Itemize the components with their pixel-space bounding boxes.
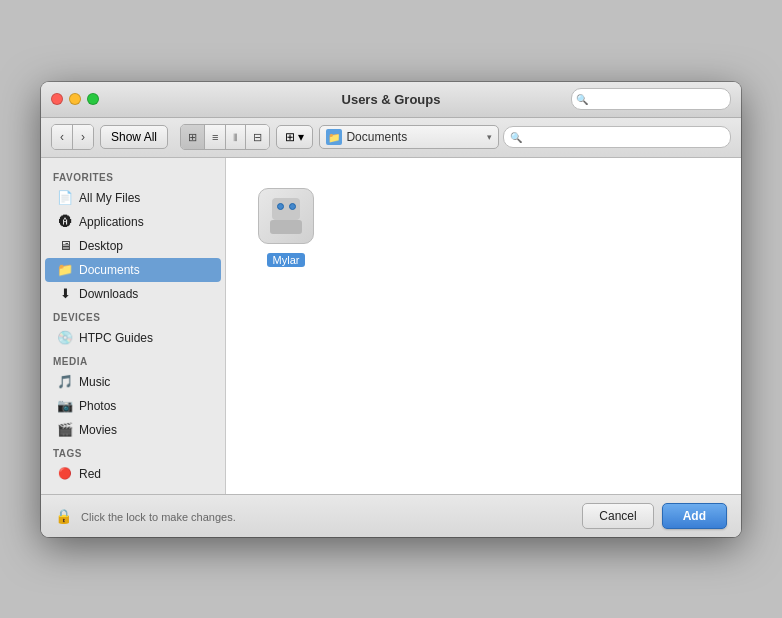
downloads-icon: ⬇ bbox=[57, 286, 73, 302]
all-my-files-label: All My Files bbox=[79, 191, 140, 205]
all-my-files-icon: 📄 bbox=[57, 190, 73, 206]
robot-eye-left bbox=[277, 203, 284, 210]
sidebar-item-red[interactable]: 🔴 Red bbox=[45, 462, 221, 486]
window-title: Users & Groups bbox=[342, 92, 441, 107]
robot-body bbox=[270, 220, 302, 234]
robot-eyes bbox=[272, 198, 300, 210]
arrange-arrow: ▾ bbox=[298, 130, 304, 144]
list-view-button[interactable]: ≡ bbox=[205, 125, 226, 149]
column-view-button[interactable]: ⫴ bbox=[226, 125, 246, 149]
add-button[interactable]: Add bbox=[662, 503, 727, 529]
sidebar-item-all-my-files[interactable]: 📄 All My Files bbox=[45, 186, 221, 210]
sidebar-item-desktop[interactable]: 🖥 Desktop bbox=[45, 234, 221, 258]
cancel-button[interactable]: Cancel bbox=[582, 503, 653, 529]
toolbar: ‹ › Show All ⊞ ≡ ⫴ ⊟ ⊞ ▾ 📁 Documents ▾ bbox=[41, 118, 741, 158]
sidebar-item-htpc-guides[interactable]: 💿 HTPC Guides bbox=[45, 326, 221, 350]
tags-header: TAGS bbox=[41, 442, 225, 462]
devices-header: DEVICES bbox=[41, 306, 225, 326]
view-button-group: ⊞ ≡ ⫴ ⊟ bbox=[180, 124, 270, 150]
sidebar-item-music[interactable]: 🎵 Music bbox=[45, 370, 221, 394]
photos-icon: 📷 bbox=[57, 398, 73, 414]
arrange-icon: ⊞ bbox=[285, 130, 295, 144]
movies-icon: 🎬 bbox=[57, 422, 73, 438]
htpc-guides-icon: 💿 bbox=[57, 330, 73, 346]
sidebar: FAVORITES 📄 All My Files 🅐 Applications … bbox=[41, 158, 226, 494]
sidebar-item-documents[interactable]: 📁 Documents bbox=[45, 258, 221, 282]
location-name: Documents bbox=[346, 130, 483, 144]
location-folder-icon: 📁 bbox=[326, 129, 342, 145]
music-icon: 🎵 bbox=[57, 374, 73, 390]
arrange-button[interactable]: ⊞ ▾ bbox=[276, 125, 313, 149]
sidebar-item-movies[interactable]: 🎬 Movies bbox=[45, 418, 221, 442]
applications-icon: 🅐 bbox=[57, 214, 73, 230]
file-item-mylar[interactable]: Mylar bbox=[246, 178, 326, 273]
minimize-button[interactable] bbox=[69, 93, 81, 105]
location-select[interactable]: 📁 Documents ▾ bbox=[319, 125, 499, 149]
automator-robot bbox=[266, 196, 306, 236]
documents-icon: 📁 bbox=[57, 262, 73, 278]
lock-icon: 🔒 bbox=[55, 508, 72, 524]
show-all-button[interactable]: Show All bbox=[100, 125, 168, 149]
lock-text: Click the lock to make changes. bbox=[81, 511, 236, 523]
htpc-guides-label: HTPC Guides bbox=[79, 331, 153, 345]
title-search-wrapper bbox=[571, 88, 731, 110]
title-bar: Users & Groups bbox=[41, 82, 741, 118]
desktop-label: Desktop bbox=[79, 239, 123, 253]
bottom-bar: 🔒 Click the lock to make changes. Cancel… bbox=[41, 494, 741, 537]
downloads-label: Downloads bbox=[79, 287, 138, 301]
red-tag-icon: 🔴 bbox=[57, 466, 73, 482]
content-area: FAVORITES 📄 All My Files 🅐 Applications … bbox=[41, 158, 741, 494]
applications-label: Applications bbox=[79, 215, 144, 229]
photos-label: Photos bbox=[79, 399, 116, 413]
nav-button-group: ‹ › bbox=[51, 124, 94, 150]
media-header: MEDIA bbox=[41, 350, 225, 370]
title-search-input[interactable] bbox=[571, 88, 731, 110]
maximize-button[interactable] bbox=[87, 93, 99, 105]
location-bar: 📁 Documents ▾ bbox=[319, 125, 731, 149]
toolbar-search-wrapper bbox=[503, 126, 731, 148]
sidebar-item-photos[interactable]: 📷 Photos bbox=[45, 394, 221, 418]
back-button[interactable]: ‹ bbox=[52, 125, 73, 149]
mylar-icon-container bbox=[254, 184, 318, 248]
toolbar-search-input[interactable] bbox=[503, 126, 731, 148]
sidebar-item-downloads[interactable]: ⬇ Downloads bbox=[45, 282, 221, 306]
title-search-area bbox=[571, 88, 731, 110]
robot-head bbox=[272, 198, 300, 220]
close-button[interactable] bbox=[51, 93, 63, 105]
traffic-lights bbox=[51, 93, 99, 105]
forward-button[interactable]: › bbox=[73, 125, 93, 149]
movies-label: Movies bbox=[79, 423, 117, 437]
favorites-header: FAVORITES bbox=[41, 166, 225, 186]
main-window: Users & Groups ‹ › Show All ⊞ ≡ ⫴ ⊟ ⊞ bbox=[41, 82, 741, 537]
sidebar-item-applications[interactable]: 🅐 Applications bbox=[45, 210, 221, 234]
location-dropdown-arrow: ▾ bbox=[487, 132, 492, 142]
bottom-info: 🔒 Click the lock to make changes. bbox=[55, 508, 574, 524]
red-label: Red bbox=[79, 467, 101, 481]
file-label-mylar: Mylar bbox=[267, 253, 306, 267]
icon-view-button[interactable]: ⊞ bbox=[181, 125, 205, 149]
documents-label: Documents bbox=[79, 263, 140, 277]
coverflow-view-button[interactable]: ⊟ bbox=[246, 125, 269, 149]
automator-app-icon bbox=[258, 188, 314, 244]
file-area: Mylar bbox=[226, 158, 741, 494]
desktop-icon: 🖥 bbox=[57, 238, 73, 254]
robot-eye-right bbox=[289, 203, 296, 210]
music-label: Music bbox=[79, 375, 110, 389]
